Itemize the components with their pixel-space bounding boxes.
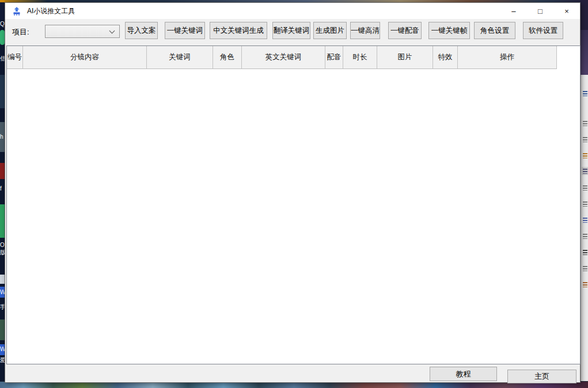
desktop-icon-fragment: 爱 (0, 357, 5, 363)
window-title: AI小说推文工具 (27, 6, 75, 16)
minimize-button[interactable]: − (500, 3, 527, 19)
storyboard-table: 编号 分镜内容 关键词 角色 英文关键词 配音 时长 图片 特效 操作 (6, 45, 581, 364)
table-header-row: 编号 分镜内容 关键词 角色 英文关键词 配音 时长 图片 特效 操作 (7, 46, 580, 69)
project-label: 项目: (12, 27, 29, 37)
column-header-number: 编号 (7, 46, 23, 69)
chinese-keywords-generate-button[interactable]: 中文关键词生成 (210, 22, 267, 39)
desktop-icon-fragment: 信 (0, 55, 5, 62)
desktop-icon-fragment: O (0, 242, 5, 248)
column-header-keywords: 关键词 (147, 46, 213, 69)
desktop-edge-right (581, 0, 588, 388)
column-header-english-keywords: 英文关键词 (242, 46, 325, 69)
software-settings-button[interactable]: 软件设置 (523, 22, 563, 39)
column-header-actions: 操作 (458, 46, 557, 69)
tutorial-button[interactable]: 教程 (430, 367, 497, 381)
one-key-hd-button[interactable]: 一键高清 (350, 22, 380, 39)
desktop-icon-fragment: Q (0, 21, 5, 27)
titlebar: AI小说推文工具 − □ × (5, 3, 580, 19)
project-select[interactable] (45, 25, 120, 38)
desktop-icon-fragment: 手 (0, 304, 5, 310)
app-icon (12, 6, 21, 16)
column-header-storyboard-content: 分镜内容 (23, 46, 147, 69)
column-header-role: 角色 (213, 46, 242, 69)
generate-images-button[interactable]: 生成图片 (313, 22, 347, 39)
column-header-dubbing: 配音 (325, 46, 343, 69)
translate-keywords-button[interactable]: 翻译关键词 (272, 22, 310, 39)
column-header-image: 图片 (377, 46, 433, 69)
one-key-keywords-button[interactable]: 一键关键词 (165, 22, 205, 39)
one-key-dubbing-button[interactable]: 一键配音 (388, 22, 422, 39)
homepage-button[interactable]: 主页 (507, 370, 576, 383)
desktop-edge-left: Q 信 h f O 版 W 手 W 爱 (0, 0, 5, 388)
chevron-down-icon (109, 28, 115, 33)
header-spacer (557, 46, 580, 69)
background-window-edge (581, 75, 588, 382)
role-settings-button[interactable]: 角色设置 (474, 22, 515, 39)
desktop-icon-fragment: h (0, 134, 5, 140)
app-window: AI小说推文工具 − □ × 项目: 导入文案 一键关键词 中文关键词生成 翻译… (5, 2, 581, 383)
import-script-button[interactable]: 导入文案 (125, 22, 158, 39)
table-body-empty (7, 69, 580, 364)
desktop-icon-fragment: 版 (0, 249, 5, 256)
column-header-effects: 特效 (433, 46, 458, 69)
desktop-icon-fragment: W (0, 289, 5, 295)
one-key-keyframe-button[interactable]: 一键关键帧 (428, 22, 470, 39)
desktop-icon-fragment: f (0, 185, 5, 192)
close-button[interactable]: × (553, 3, 580, 19)
desktop-icon-fragment: W (0, 346, 5, 352)
column-header-duration: 时长 (343, 46, 377, 69)
maximize-button[interactable]: □ (527, 3, 553, 19)
